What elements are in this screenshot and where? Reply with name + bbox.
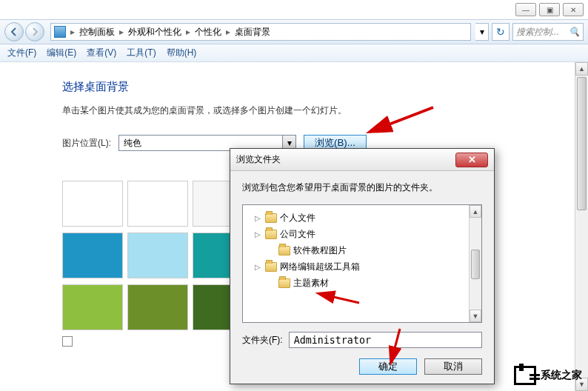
watermark-logo-icon (514, 366, 536, 385)
breadcrumb-item[interactable]: 外观和个性化 (125, 26, 184, 39)
breadcrumb-item[interactable]: 桌面背景 (232, 26, 273, 39)
tree-item[interactable]: 主题素材 (246, 275, 478, 291)
cancel-button[interactable]: 取消 (424, 358, 482, 375)
menu-edit[interactable]: 编辑(E) (47, 47, 76, 59)
scrollbar-thumb[interactable] (471, 250, 480, 279)
color-swatch[interactable] (127, 233, 188, 278)
window-close-button[interactable]: ✕ (563, 3, 584, 16)
nav-forward-button[interactable] (25, 22, 44, 41)
tree-item[interactable]: ▷ 公司文件 (246, 226, 478, 242)
nav-back-button[interactable] (4, 22, 24, 41)
color-swatch[interactable] (127, 181, 188, 227)
folder-icon (265, 230, 277, 239)
arrow-left-icon (10, 27, 19, 36)
menu-file[interactable]: 文件(F) (7, 47, 36, 59)
tree-item[interactable]: ▷ 个人文件 (246, 210, 478, 226)
scroll-up-button[interactable]: ▲ (575, 62, 588, 76)
menu-help[interactable]: 帮助(H) (167, 47, 197, 59)
tree-item-label: 个人文件 (280, 212, 315, 224)
menu-bar: 文件(F) 编辑(E) 查看(V) 工具(T) 帮助(H) (0, 44, 588, 62)
folder-icon (278, 246, 290, 255)
scrollbar-thumb[interactable] (577, 77, 587, 210)
location-label: 图片位置(L): (62, 137, 111, 150)
checkbox-icon (62, 336, 73, 347)
tree-expand-icon[interactable]: ▷ (255, 214, 262, 222)
arrow-right-icon (30, 27, 39, 36)
vertical-scrollbar[interactable]: ▲ ▼ (575, 62, 588, 391)
tree-expand-icon[interactable]: ▷ (255, 263, 262, 271)
refresh-button[interactable]: ↻ (492, 23, 510, 41)
chevron-right-icon: ▸ (118, 27, 125, 37)
menu-view[interactable]: 查看(V) (87, 47, 116, 59)
search-placeholder: 搜索控制... (516, 26, 559, 39)
color-swatch[interactable] (62, 233, 123, 278)
breadcrumb-item[interactable]: 个性化 (192, 26, 224, 39)
tree-scrollbar[interactable]: ▲ ▼ (469, 205, 481, 322)
breadcrumb-item[interactable]: 控制面板 (76, 26, 118, 39)
color-swatch[interactable] (62, 284, 123, 330)
folder-name-input[interactable] (289, 332, 482, 348)
tree-expand-icon[interactable]: ▷ (255, 230, 262, 238)
page-subtitle: 单击某个图片使其成为您的桌面背景，或选择多个图片创建一个幻灯片。 (62, 104, 575, 117)
chevron-right-icon: ▸ (224, 27, 232, 37)
browse-folder-dialog: 浏览文件夹 ✕ 浏览到包含您希望用于桌面背景的图片的文件夹。 ▷ 个人文件 ▷ … (230, 148, 495, 384)
dialog-message: 浏览到包含您希望用于桌面背景的图片的文件夹。 (242, 181, 482, 194)
location-value: 纯色 (124, 137, 141, 150)
color-swatch[interactable] (127, 284, 188, 330)
control-panel-icon (54, 26, 66, 38)
tree-item-label: 软件教程图片 (293, 244, 347, 257)
folder-icon (278, 278, 290, 288)
page-title: 选择桌面背景 (62, 80, 575, 94)
tree-item-label: 网络编辑超级工具箱 (280, 261, 360, 273)
watermark-text: 系统之家 (541, 369, 582, 382)
folder-field-label: 文件夹(F): (242, 334, 283, 347)
watermark: 系统之家 (514, 366, 582, 385)
window-minimize-button[interactable]: — (515, 3, 536, 16)
menu-tools[interactable]: 工具(T) (127, 47, 156, 59)
chevron-right-icon: ▸ (69, 27, 76, 37)
window-maximize-button[interactable]: ▣ (539, 3, 560, 16)
dialog-close-button[interactable]: ✕ (455, 153, 488, 167)
tree-item-label: 公司文件 (280, 228, 315, 241)
search-input[interactable]: 搜索控制... 🔍 (512, 23, 584, 41)
ok-button[interactable]: 确定 (359, 358, 417, 375)
tree-item[interactable]: ▷ 网络编辑超级工具箱 (246, 258, 478, 275)
dialog-titlebar[interactable]: 浏览文件夹 ✕ (230, 149, 494, 171)
scroll-down-button[interactable]: ▼ (470, 310, 481, 322)
select-all-checkbox[interactable] (62, 336, 73, 347)
tree-item-label: 主题素材 (293, 277, 329, 290)
color-swatch[interactable] (62, 181, 123, 227)
address-dropdown-button[interactable]: ▾ (475, 23, 489, 41)
chevron-right-icon: ▸ (184, 27, 192, 37)
folder-icon (265, 213, 277, 223)
tree-item[interactable]: 软件教程图片 (246, 242, 478, 258)
folder-icon (265, 262, 277, 272)
folder-tree[interactable]: ▷ 个人文件 ▷ 公司文件 软件教程图片 ▷ 网络编辑超级工具箱 (242, 204, 482, 323)
scroll-up-button[interactable]: ▲ (470, 205, 481, 218)
dialog-title: 浏览文件夹 (236, 153, 281, 166)
navigation-bar: ▸ 控制面板 ▸ 外观和个性化 ▸ 个性化 ▸ 桌面背景 ▾ ↻ 搜索控制...… (0, 19, 588, 44)
search-icon: 🔍 (569, 27, 580, 37)
address-bar[interactable]: ▸ 控制面板 ▸ 外观和个性化 ▸ 个性化 ▸ 桌面背景 (50, 23, 471, 41)
